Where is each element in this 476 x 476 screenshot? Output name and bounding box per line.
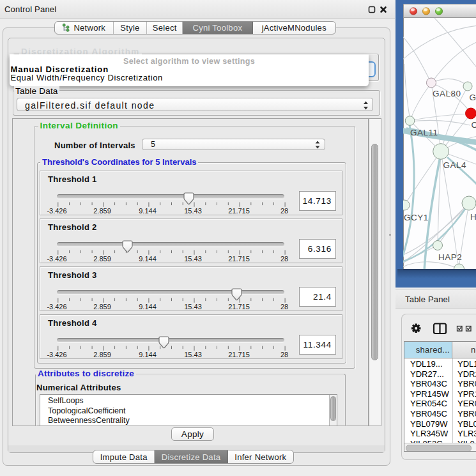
svg-text:HAP2: HAP2 — [438, 252, 462, 262]
svg-text:C: C — [472, 120, 476, 130]
svg-text:GAL11: GAL11 — [410, 128, 438, 137]
svg-text:GCY1: GCY1 — [404, 213, 429, 222]
svg-text:GAL4: GAL4 — [443, 160, 467, 170]
svg-text:GA: GA — [470, 93, 476, 102]
svg-text:GAL80: GAL80 — [433, 89, 461, 98]
svg-text:H: H — [470, 212, 476, 222]
